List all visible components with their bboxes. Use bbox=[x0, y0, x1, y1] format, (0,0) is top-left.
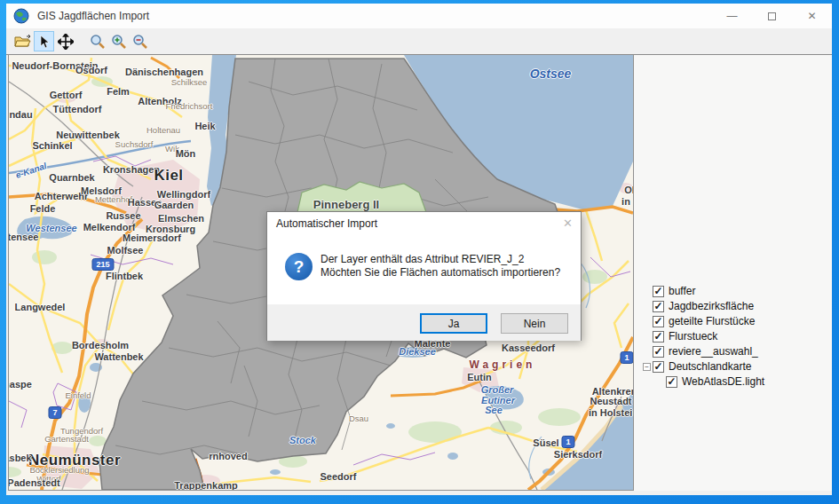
map-label: Melkendorf bbox=[83, 222, 136, 232]
map-label: Neuwittenbek bbox=[56, 130, 120, 140]
close-button[interactable]: ✕ bbox=[792, 4, 832, 28]
layer-checkbox[interactable]: ✓ bbox=[653, 286, 664, 297]
map-label: Gartenstadt bbox=[44, 434, 89, 444]
magnifier-icon bbox=[90, 34, 106, 50]
title-bar: GIS Jagdflächen Import — ✕ bbox=[6, 4, 832, 28]
dialog-message-line2: Möchten Sie die Flächen automatisch impo… bbox=[321, 266, 560, 280]
map-label: Schilksee bbox=[171, 77, 208, 87]
dialog-close-icon[interactable]: ✕ bbox=[563, 217, 573, 230]
map-label: Quarnbek bbox=[49, 172, 94, 183]
zoom-window-button[interactable] bbox=[87, 31, 107, 51]
toolbar bbox=[6, 28, 832, 54]
dialog-message: Der Layer enthält das Attribut REVIER_J_… bbox=[321, 253, 560, 280]
map-label: Stock bbox=[289, 435, 316, 445]
map-label: Russee bbox=[106, 210, 140, 221]
map-label: Felm bbox=[107, 86, 130, 97]
zoom-out-button[interactable] bbox=[130, 31, 150, 51]
layer-tree: ✓buffer✓Jagdbezirksfläche✓geteilte Flurs… bbox=[643, 284, 764, 390]
layer-checkbox[interactable]: ✓ bbox=[653, 346, 664, 358]
cursor-arrow-icon bbox=[38, 35, 51, 49]
map-label: Elmschen bbox=[158, 213, 204, 224]
map-label: Schinkel bbox=[32, 140, 72, 151]
layer-checkbox[interactable]: ✓ bbox=[653, 301, 664, 312]
map-label: Flintbek bbox=[106, 271, 143, 281]
map-label: Suchsdorf bbox=[115, 139, 154, 149]
map-label: indau bbox=[8, 109, 33, 120]
layer-row: ✓geteilte Flurstücke bbox=[643, 314, 764, 328]
map-label: Großer bbox=[481, 384, 514, 395]
map-label: naspe bbox=[8, 379, 32, 390]
map-label: Ostsee bbox=[530, 67, 572, 81]
map-label: Sierksdorf bbox=[554, 449, 602, 460]
map-label: Wellingdorf bbox=[157, 189, 210, 200]
map-label: Langwedel bbox=[15, 302, 66, 312]
road-shield: 1 bbox=[561, 436, 574, 448]
map-label: Trappenkamp bbox=[174, 480, 238, 491]
folder-open-icon bbox=[14, 35, 32, 49]
question-icon: ? bbox=[285, 253, 313, 280]
map-label: Kronshagen bbox=[103, 164, 160, 175]
map-label: Eutin bbox=[467, 372, 492, 382]
layer-checkbox[interactable]: ✓ bbox=[653, 316, 664, 327]
map-label: Gettorf bbox=[50, 90, 83, 100]
road-shield: 7 bbox=[48, 406, 61, 419]
map-label: See bbox=[485, 405, 503, 415]
layer-label: WebAtlasDE.light bbox=[682, 375, 764, 388]
map-label: rnhoved bbox=[209, 451, 247, 461]
layer-row: ✓reviere__auswahl_ bbox=[643, 344, 764, 358]
map-label: Heik bbox=[194, 121, 215, 131]
layer-row: ✓Flurstueck bbox=[643, 329, 764, 343]
map-label: Kiel bbox=[154, 167, 183, 185]
layer-row: −✓Deutschlandkarte bbox=[643, 359, 764, 374]
magnifier-minus-icon bbox=[132, 34, 148, 50]
automatic-import-dialog: Automatischer Import ✕ ? Der Layer enthä… bbox=[266, 211, 582, 341]
map-label: Dieksee bbox=[399, 346, 436, 357]
map-label: Meimersdorf bbox=[123, 232, 181, 243]
map-label: Friedrichsort bbox=[166, 101, 213, 111]
map-label: Felde bbox=[30, 203, 56, 214]
open-file-button[interactable] bbox=[12, 31, 33, 51]
road-shield: 215 bbox=[91, 258, 114, 271]
tree-collapse-icon[interactable]: − bbox=[643, 363, 653, 371]
layer-checkbox[interactable]: ✓ bbox=[653, 331, 664, 343]
map-label: Seedorf bbox=[321, 471, 357, 482]
layer-label: geteilte Flurstücke bbox=[669, 315, 755, 327]
map-label: Holtenau bbox=[146, 125, 180, 135]
window-inner: GIS Jagdflächen Import — ✕ bbox=[6, 4, 832, 495]
map-label: tensee bbox=[8, 232, 38, 242]
minimize-button[interactable]: — bbox=[712, 4, 752, 28]
dialog-footer: Ja Nein bbox=[267, 304, 581, 341]
map-label: Wattenbek bbox=[94, 351, 143, 362]
app-window: GIS Jagdflächen Import — ✕ bbox=[0, 0, 839, 504]
layer-label: Deutschlandkarte bbox=[669, 360, 751, 373]
map-label: in bbox=[621, 196, 630, 207]
map-label: Dsau bbox=[349, 413, 368, 423]
road-shield: 1 bbox=[620, 351, 633, 364]
map-label: Neustadt bbox=[590, 396, 631, 406]
layer-label: reviere__auswahl_ bbox=[669, 345, 758, 358]
layer-label: buffer bbox=[669, 285, 695, 297]
move-cross-icon bbox=[58, 34, 74, 50]
no-button[interactable]: Nein bbox=[501, 313, 568, 334]
layer-label: Flurstueck bbox=[669, 330, 717, 343]
select-tool-button[interactable] bbox=[34, 31, 54, 51]
map-label: asbek bbox=[8, 453, 32, 463]
maximize-button[interactable] bbox=[752, 4, 792, 28]
map-label: Bordesholm bbox=[72, 340, 129, 350]
layer-checkbox[interactable]: ✓ bbox=[666, 376, 677, 388]
map-label: Ol bbox=[624, 185, 634, 195]
map-label: Gaarden bbox=[154, 200, 194, 210]
layer-row: ✓Jagdbezirksfläche bbox=[643, 299, 764, 313]
pan-tool-button[interactable] bbox=[55, 31, 75, 51]
map-label: Pinneberg II bbox=[313, 198, 379, 211]
map-label: in Holstein bbox=[589, 407, 634, 418]
globe-app-icon bbox=[13, 8, 29, 24]
map-label: Molfsee bbox=[107, 245, 144, 256]
map-label: Osdorf bbox=[75, 65, 107, 75]
maximize-icon bbox=[768, 12, 776, 20]
zoom-in-button[interactable] bbox=[108, 31, 129, 51]
dialog-message-line1: Der Layer enthält das Attribut REVIER_J_… bbox=[321, 253, 560, 266]
minus-icon: − bbox=[643, 363, 651, 371]
layer-checkbox[interactable]: ✓ bbox=[653, 361, 664, 373]
yes-button[interactable]: Ja bbox=[420, 313, 487, 334]
